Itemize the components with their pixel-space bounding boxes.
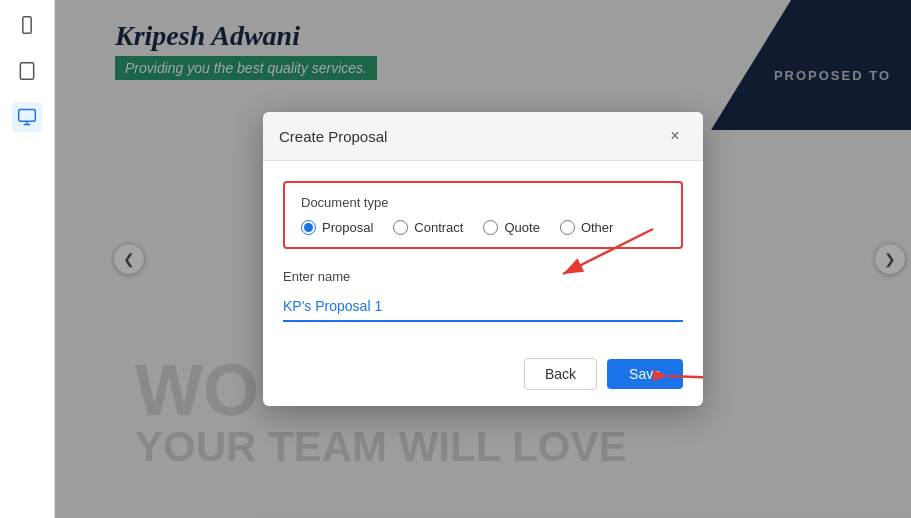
svg-rect-2 (20, 63, 33, 80)
modal-body: Document type Proposal Contract (263, 161, 703, 348)
main-content: Kripesh Adwani Providing you the best qu… (55, 0, 911, 518)
svg-rect-0 (23, 17, 31, 34)
radio-other-label: Other (581, 220, 614, 235)
radio-proposal-input[interactable] (301, 220, 316, 235)
document-type-radio-group: Proposal Contract Quote (301, 220, 665, 235)
radio-contract[interactable]: Contract (393, 220, 463, 235)
modal-header: Create Proposal × (263, 112, 703, 161)
document-type-label: Document type (301, 195, 665, 210)
name-input[interactable] (283, 292, 683, 322)
document-type-section: Document type Proposal Contract (283, 181, 683, 249)
svg-rect-4 (19, 110, 36, 122)
back-button[interactable]: Back (524, 358, 597, 390)
modal-title: Create Proposal (279, 128, 387, 145)
sidebar-tablet-icon[interactable] (12, 56, 42, 86)
radio-quote-input[interactable] (483, 220, 498, 235)
name-section: Enter name (283, 269, 683, 322)
radio-quote[interactable]: Quote (483, 220, 539, 235)
modal-footer: Back Save (263, 348, 703, 406)
save-button[interactable]: Save (607, 359, 683, 389)
name-label: Enter name (283, 269, 683, 284)
sidebar-desktop-icon[interactable] (12, 102, 42, 132)
modal-close-button[interactable]: × (663, 124, 687, 148)
radio-other-input[interactable] (560, 220, 575, 235)
radio-proposal-label: Proposal (322, 220, 373, 235)
sidebar-mobile-icon[interactable] (12, 10, 42, 40)
modal-overlay: Create Proposal × Document type Proposal (55, 0, 911, 518)
radio-quote-label: Quote (504, 220, 539, 235)
radio-other[interactable]: Other (560, 220, 614, 235)
radio-contract-input[interactable] (393, 220, 408, 235)
sidebar (0, 0, 55, 518)
create-proposal-modal: Create Proposal × Document type Proposal (263, 112, 703, 406)
radio-contract-label: Contract (414, 220, 463, 235)
radio-proposal[interactable]: Proposal (301, 220, 373, 235)
